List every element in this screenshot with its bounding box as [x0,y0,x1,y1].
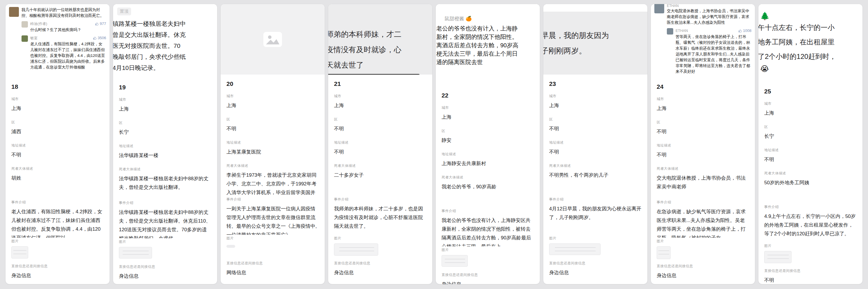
like-count: 1008 [738,28,751,33]
field-deceased-description: 死者大体描述 不明男性，有个两岁的儿子 [549,164,642,197]
field-value: 法华镇路某楼一楼独居老夫妇中88岁的丈夫，曾经是交大出版社翻译。休克后110、1… [119,208,211,238]
attachment-preview-image[interactable]: 师弟的本科师妹，才二疫情没有及时就诊，心天就去世了 [328,4,432,75]
attachment-thumbnail[interactable] [119,247,152,258]
thumbs-up-icon [95,22,99,26]
attachment-preview-image[interactable] [221,4,325,75]
record-card[interactable]: 我几十年前就认识的一位胡姓朋友也是因为封控、核酸检测等原因没有得到及时救治而死亡… [5,4,110,284]
field-label: 直接信息还是间接信息 [764,268,857,273]
field-value: 不明 [657,151,749,159]
field-deceased-description: 死者大体描述 50岁的外地务工阿姨 [764,171,857,205]
record-card[interactable]: 鼠甜橙酱 🍊老公的爷爷也没有计入，上海静新村，全家阴的情况下他阳性。离酒店后差点… [435,4,540,284]
field-label: 城市 [441,105,534,110]
field-city: 城市 上海 [334,94,427,117]
record-card[interactable]: 20 城市 上海 区 不明 地址描述 上海某康复医院 死者大体描述 李昶生于19… [220,4,325,284]
attachment-thumbnail[interactable] [226,245,235,248]
field-value: 上海 [11,104,104,113]
field-value: 我师弟的本科师妹，才二十多岁，也是因为疫情没有及时就诊，心脏不舒服送医院隔天就去… [334,205,427,231]
field-info-type: 直接信息还是间接信息 不明 [764,268,857,284]
field-label: 事件介绍 [657,200,749,205]
field-label: 死者大体描述 [657,166,749,171]
attachment-preview-image[interactable]: 鼠甜橙酱 🍊老公的爷爷也没有计入，上海静新村，全家阴的情况下他阳性。离酒店后差点… [436,4,540,86]
field-label: 直接信息还是间接信息 [226,261,319,266]
commenter-avatar [654,4,664,13]
record-card[interactable]: 🌲午十点左右，长宁的一小地务工阿姨，在出租屋里了2个小时的120赶到时，😭 25… [758,4,863,284]
field-label: 直接信息还是间接信息 [441,273,534,278]
field-deceased-description: 死者大体描述 胡姓 [11,166,104,200]
comment-text: 交大电院退休教授，上海书协会员，书法家吴中南老师在急诊病逝，缺少氧气等医疗资源，… [667,8,751,26]
record-card[interactable]: 师弟的本科师妹，才二疫情没有及时就诊，心天就去世了 21 城市 上海 区 不明 … [328,4,433,284]
record-number: 22 [441,92,534,105]
attachment-thumbnail[interactable] [11,246,28,258]
attachment-preview-image[interactable]: ETHAN交大电院退休教授，上海书协会员，书法家吴中南老师在急诊病逝，缺少氧气等… [651,4,755,77]
record-card[interactable]: 早晨，我的朋友因为子刚刚两岁。 23 城市 上海 区 不明 地址描述 不明 死者… [543,4,648,284]
field-info-type: 直接信息还是间接信息 身边信息 [334,261,427,277]
field-district: 区 长宁 [119,120,211,144]
field-address: 地址描述 不明 [549,140,642,164]
field-event-description: 事件介绍 我师弟的本科师妹，才二十多岁，也是因为疫情没有及时就诊，心脏不舒服送医… [334,197,427,236]
field-value: 身边信息 [334,268,427,277]
field-info-type: 直接信息还是间接信息 身边信息 [11,264,104,280]
field-city: 城市 上海 [441,105,534,129]
record-number: 19 [119,84,211,97]
comment-text: 苦等两天，坐在急诊角落的椅子上，打吊瓶、吸氧气（被封控的子女设法送去的，杯水车薪… [676,34,751,75]
field-label: 区 [334,117,427,122]
commenter-name: ETHAN [676,28,688,33]
card-board: 我几十年前就认识的一位胡姓朋友也是因为封控、核酸检测等原因没有得到及时救治而死亡… [0,0,868,288]
attachment-thumbnail[interactable] [549,244,600,255]
crying-emoji: 😭 [760,64,863,74]
like-count: 977 [95,21,106,26]
record-number: 21 [334,80,427,94]
post-text: 午十点左右，长宁的一小地务工阿姨，在出租屋里了2个小时的120赶到时， [758,20,863,64]
field-value: 长宁 [119,128,211,137]
field-label: 城市 [226,94,319,99]
field-label: 城市 [549,94,642,99]
card-body: 23 城市 上海 区 不明 地址描述 不明 死者大体描述 不明男性，有个两岁的儿… [543,75,647,284]
field-district: 区 不明 [657,120,749,143]
field-label: 事件介绍 [441,209,534,214]
field-label: 图片 [226,236,319,241]
field-event-description: 事件介绍 老人住浦西，有陈旧性脑梗，4.2摔跤，女儿被封在浦东过不了江，妹妹们虽… [11,200,104,239]
field-value: 胡姓 [11,174,104,182]
field-event-description: 事件介绍 法华镇路某楼一楼独居老夫妇中88岁的丈夫，曾经是交大出版社翻译。休克后… [119,201,211,240]
attachment-thumbnail[interactable] [657,246,671,259]
attachment-preview-image[interactable]: 🌲午十点左右，长宁的一小地务工阿姨，在出租屋里了2个小时的120赶到时，😭 [758,4,863,82]
pinned-badge: 置顶 [117,7,131,15]
attachment-preview-image[interactable]: 早晨，我的朋友因为子刚刚两岁。 [543,4,647,75]
field-address: 地址描述 上海某康复医院 [226,140,319,164]
field-image: 图片 [764,244,857,268]
field-label: 直接信息还是间接信息 [657,264,749,269]
field-district: 区 长宁 [764,124,857,148]
card-body: 22 城市 上海 区 静安 地址描述 上海静安去共康新村 死者大体描述 我老公的… [436,86,540,284]
field-label: 城市 [11,97,104,102]
record-card[interactable]: ETHAN交大电院退休教授，上海书协会员，书法家吴中南老师在急诊病逝，缺少氧气等… [651,4,755,284]
field-label: 死者大体描述 [334,164,427,168]
field-value: 不明 [11,151,104,159]
comment-text: 什么时候？生了其他疾病吗？ [30,27,106,33]
attachment-preview-image[interactable]: 置顶镇路某楼一楼独居老夫妇中曾是交大出版社翻译。休克医无对接医院而去世。70晚敲… [113,4,217,78]
commenter-avatar [22,35,28,42]
field-info-type: 直接信息还是间接信息 身边信息 [119,264,211,281]
record-card[interactable]: 置顶镇路某楼一楼独居老夫妇中曾是交大出版社翻译。休克医无对接医院而去世。70晚敲… [113,4,217,284]
attachment-thumbnail[interactable] [334,244,378,256]
field-label: 图片 [441,248,534,252]
record-number: 23 [549,80,642,94]
attachment-thumbnail[interactable] [764,251,792,263]
attachment-thumbnail[interactable] [441,255,468,267]
field-event-description: 事件介绍 4月12日早晨，我的朋友因为心梗永远离开了，儿子刚刚两岁。 [549,197,642,236]
comment-text: 我几十年前就认识的一位胡姓朋友也是因为封控、核酸检测等原因没有得到及时救治而死亡… [22,7,106,19]
field-city: 城市 上海 [11,97,104,120]
field-label: 地址描述 [657,143,749,148]
field-value: 不明 [334,148,427,156]
field-info-type: 直接信息还是间接信息 身边信息 [441,273,534,284]
field-image: 图片 [119,240,211,264]
field-image: 图片 [441,248,534,273]
field-label: 区 [764,124,857,130]
field-value: 浦西 [11,128,104,136]
reply-comment: 柿油(作者)977什么时候？生了其他疾病吗？ [22,21,106,33]
field-label: 图片 [119,240,211,244]
field-label: 死者大体描述 [119,167,211,172]
attachment-preview-image[interactable]: 我几十年前就认识的一位胡姓朋友也是因为封控、核酸检测等原因没有得到及时救治而死亡… [5,4,110,77]
field-image: 图片 [226,236,319,261]
field-event-description: 事件介绍 4.9上午十点左右，长宁的一小区内，50岁的外地务工阿姨，在出租屋里心… [764,205,857,244]
field-label: 图片 [549,236,642,241]
